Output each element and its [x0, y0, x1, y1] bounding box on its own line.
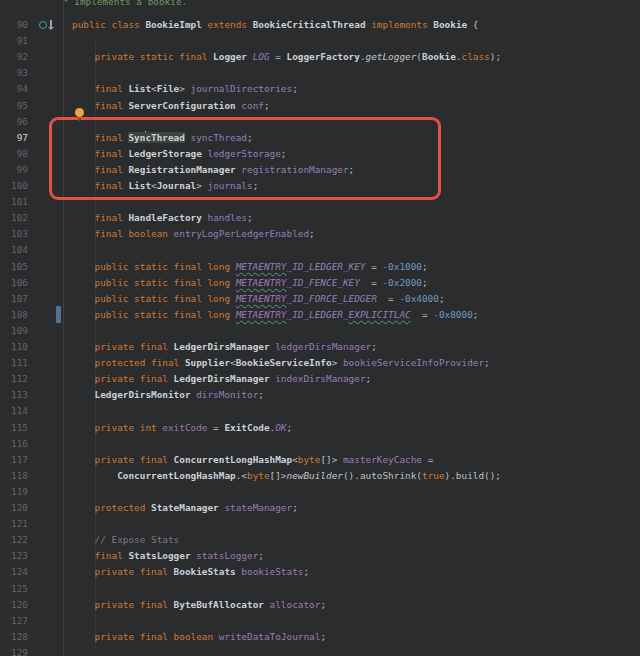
- line-number[interactable]: 126: [0, 597, 28, 613]
- line-number[interactable]: 104: [0, 242, 28, 258]
- code-token: final: [95, 100, 129, 111]
- code-text: protected final Supplier<BookieServiceIn…: [72, 355, 490, 371]
- line-number[interactable]: 129: [0, 645, 28, 656]
- code-token: [72, 550, 95, 561]
- line-number[interactable]: 120: [0, 500, 28, 516]
- code-line[interactable]: 116: [0, 436, 640, 452]
- code-line[interactable]: 121: [0, 516, 640, 532]
- line-number[interactable]: 94: [0, 81, 28, 97]
- code-line[interactable]: 129: [0, 645, 640, 656]
- code-token: ;: [320, 631, 326, 642]
- line-number[interactable]: 112: [0, 371, 28, 387]
- line-number[interactable]: 118: [0, 468, 28, 484]
- line-number[interactable]: 92: [0, 49, 28, 65]
- line-number[interactable]: 95: [0, 98, 28, 114]
- code-line[interactable]: 103 final boolean entryLogPerLedgerEnabl…: [0, 226, 640, 242]
- line-number[interactable]: 123: [0, 548, 28, 564]
- line-number[interactable]: 122: [0, 532, 28, 548]
- line-number[interactable]: 105: [0, 259, 28, 275]
- line-number[interactable]: 125: [0, 581, 28, 597]
- code-line[interactable]: 109: [0, 323, 640, 339]
- code-token: implements: [371, 19, 427, 30]
- line-number[interactable]: 93: [0, 65, 28, 81]
- code-token: [72, 422, 95, 433]
- line-number[interactable]: 108: [0, 307, 28, 323]
- line-number[interactable]: 111: [0, 355, 28, 371]
- code-line[interactable]: 125: [0, 581, 640, 597]
- code-token: ServerConfiguration: [128, 100, 241, 111]
- code-line[interactable]: 123 final StatsLogger statsLogger;: [0, 548, 640, 564]
- line-number[interactable]: 124: [0, 564, 28, 580]
- line-number[interactable]: 97: [0, 130, 28, 146]
- line-number[interactable]: 96: [0, 114, 28, 130]
- line-number[interactable]: 119: [0, 484, 28, 500]
- code-line[interactable]: 105 public static final long METAENTRY_I…: [0, 259, 640, 275]
- code-token: stateManager: [224, 502, 292, 513]
- code-line[interactable]: 110 private final LedgerDirsManager ledg…: [0, 339, 640, 355]
- code-token: class: [462, 51, 490, 62]
- javadoc-partial-line[interactable]: * Implements a bookie.: [63, 0, 187, 10]
- line-number[interactable]: 110: [0, 339, 28, 355]
- code-line[interactable]: 90public class BookieImpl extends Bookie…: [0, 17, 640, 33]
- code-line[interactable]: 95 final ServerConfiguration conf;: [0, 98, 640, 114]
- line-number[interactable]: 100: [0, 178, 28, 194]
- line-number[interactable]: 99: [0, 162, 28, 178]
- line-number[interactable]: 115: [0, 420, 28, 436]
- line-number[interactable]: 109: [0, 323, 28, 339]
- code-line[interactable]: 107 public static final long METAENTRY_I…: [0, 291, 640, 307]
- line-number[interactable]: 98: [0, 146, 28, 162]
- implementations-gutter-icon[interactable]: [39, 20, 55, 32]
- code-line[interactable]: 104: [0, 242, 640, 258]
- line-number[interactable]: 90: [0, 17, 28, 33]
- code-text: // Expose Stats: [72, 532, 179, 548]
- code-line[interactable]: 128 private final boolean writeDataToJou…: [0, 629, 640, 645]
- code-line[interactable]: 117 private final ConcurrentLongHashMap<…: [0, 452, 640, 468]
- code-line[interactable]: 122 // Expose Stats: [0, 532, 640, 548]
- code-line[interactable]: 124 private final BookieStats bookieStat…: [0, 564, 640, 580]
- code-line[interactable]: 106 public static final long METAENTRY_I…: [0, 275, 640, 291]
- code-line[interactable]: 112 private final LedgerDirsManager inde…: [0, 371, 640, 387]
- code-line[interactable]: 93: [0, 65, 640, 81]
- code-token: ExitCode: [224, 422, 269, 433]
- code-token: getLogger: [366, 51, 417, 62]
- code-line[interactable]: 92 private static final Logger LOG = Log…: [0, 49, 640, 65]
- code-line[interactable]: 127: [0, 613, 640, 629]
- code-token: final: [95, 550, 129, 561]
- line-number[interactable]: 101: [0, 194, 28, 210]
- code-token: masterKeyCache: [343, 454, 422, 465]
- code-token: [72, 341, 95, 352]
- code-line[interactable]: 120 protected StateManager stateManager;: [0, 500, 640, 516]
- line-number[interactable]: 117: [0, 452, 28, 468]
- code-text: private final BookieStats bookieStats;: [72, 564, 309, 580]
- code-token: METAENTRY: [236, 293, 287, 304]
- code-token: METAENTRY: [236, 309, 287, 320]
- vcs-change-marker[interactable]: [56, 306, 61, 323]
- intention-bulb-icon[interactable]: [74, 108, 84, 121]
- code-text: private final LedgerDirsManager indexDir…: [72, 371, 371, 387]
- code-line[interactable]: 94 final List<File> journalDirectories;: [0, 81, 640, 97]
- code-line[interactable]: 91: [0, 33, 640, 49]
- code-line[interactable]: 115 private int exitCode = ExitCode.OK;: [0, 420, 640, 436]
- line-number[interactable]: 102: [0, 210, 28, 226]
- line-number[interactable]: 128: [0, 629, 28, 645]
- line-number[interactable]: 114: [0, 403, 28, 419]
- line-number[interactable]: 116: [0, 436, 28, 452]
- code-line[interactable]: 114: [0, 403, 640, 419]
- line-number[interactable]: 103: [0, 226, 28, 242]
- code-line[interactable]: 102 final HandleFactory handles;: [0, 210, 640, 226]
- line-number[interactable]: 91: [0, 33, 28, 49]
- line-number[interactable]: 121: [0, 516, 28, 532]
- line-number[interactable]: 127: [0, 613, 28, 629]
- line-number[interactable]: 113: [0, 387, 28, 403]
- code-line[interactable]: 108 public static final long METAENTRY_I…: [0, 307, 640, 323]
- code-line[interactable]: 113 LedgerDirsMonitor dirsMonitor;: [0, 387, 640, 403]
- code-text: public static final long METAENTRY_ID_LE…: [72, 307, 478, 323]
- code-line[interactable]: 119: [0, 484, 640, 500]
- code-line[interactable]: 118 ConcurrentLongHashMap.<byte[]>newBui…: [0, 468, 640, 484]
- code-token: ;: [247, 212, 253, 223]
- code-token: private final: [95, 566, 174, 577]
- line-number[interactable]: 106: [0, 275, 28, 291]
- code-line[interactable]: 126 private final ByteBufAllocator alloc…: [0, 597, 640, 613]
- line-number[interactable]: 107: [0, 291, 28, 307]
- code-line[interactable]: 111 protected final Supplier<BookieServi…: [0, 355, 640, 371]
